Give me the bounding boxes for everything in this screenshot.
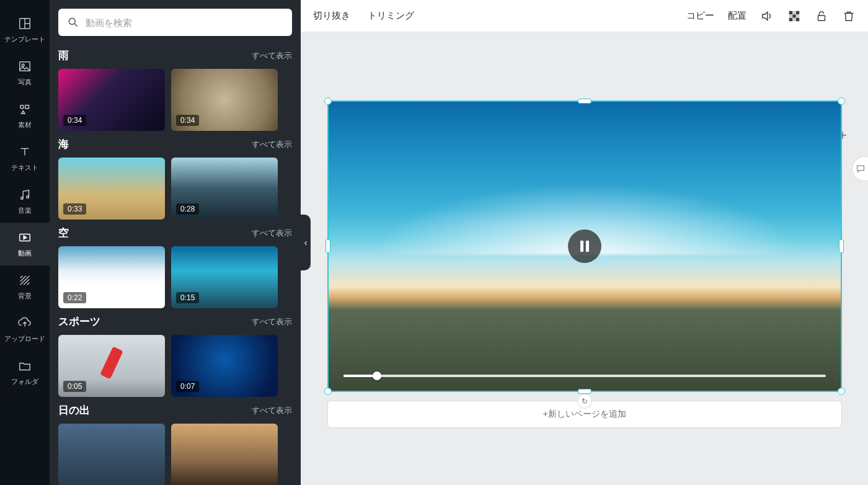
video-thumb[interactable] bbox=[58, 424, 165, 485]
video-thumb[interactable]: 0:22 bbox=[58, 246, 165, 308]
category-list[interactable]: 雨すべて表示 0:34 0:34 海すべて表示 0:33 0:28 空すべて表示… bbox=[50, 42, 301, 485]
rail-elements[interactable]: 素材 bbox=[0, 94, 50, 137]
svg-rect-20 bbox=[792, 17, 796, 21]
show-all-sky[interactable]: すべて表示 bbox=[252, 228, 292, 239]
search-icon bbox=[67, 16, 79, 29]
video-thumb[interactable]: 0:07 bbox=[171, 335, 278, 397]
video-thumb[interactable] bbox=[171, 424, 278, 485]
pause-button[interactable] bbox=[568, 229, 601, 263]
transparency-icon[interactable] bbox=[787, 9, 801, 23]
rail-upload[interactable]: アップロード bbox=[0, 308, 50, 351]
canvas-wrap: ↻ +新しいページを追加 bbox=[301, 32, 868, 485]
show-all-sunrise[interactable]: すべて表示 bbox=[252, 405, 292, 416]
rail-background[interactable]: 背景 bbox=[0, 265, 50, 308]
svg-rect-6 bbox=[25, 105, 29, 109]
trash-icon[interactable] bbox=[842, 9, 856, 23]
resize-handle-tr[interactable] bbox=[838, 97, 845, 105]
add-page-button[interactable]: ↻ +新しいページを追加 bbox=[327, 401, 842, 428]
video-panel: 雨すべて表示 0:34 0:34 海すべて表示 0:33 0:28 空すべて表示… bbox=[50, 0, 301, 485]
selected-video-frame[interactable] bbox=[327, 100, 842, 392]
cat-title-rain: 雨 bbox=[58, 48, 69, 63]
resize-handle-b[interactable] bbox=[578, 389, 591, 394]
copy-button[interactable]: コピー bbox=[686, 10, 714, 22]
top-toolbar: 切り抜き トリミング コピー 配置 bbox=[301, 0, 868, 32]
comment-button[interactable] bbox=[852, 156, 868, 181]
resize-handle-tl[interactable] bbox=[324, 97, 332, 105]
rail-folder[interactable]: フォルダ bbox=[0, 351, 50, 394]
position-button[interactable]: 配置 bbox=[728, 10, 746, 22]
trim-button[interactable]: トリミング bbox=[368, 10, 414, 22]
duration-badge: 0:28 bbox=[176, 203, 199, 215]
video-thumb[interactable]: 0:28 bbox=[171, 158, 278, 220]
duration-badge: 0:05 bbox=[63, 381, 86, 392]
cat-title-sports: スポーツ bbox=[58, 314, 100, 329]
svg-point-10 bbox=[69, 18, 75, 24]
svg-point-7 bbox=[21, 197, 24, 200]
duration-badge: 0:22 bbox=[63, 292, 86, 303]
duration-badge: 0:34 bbox=[176, 115, 199, 126]
svg-rect-12 bbox=[789, 11, 793, 14]
video-progress[interactable] bbox=[343, 375, 826, 377]
video-thumb[interactable]: 0:05 bbox=[58, 335, 165, 397]
svg-rect-14 bbox=[796, 11, 800, 14]
lock-icon[interactable] bbox=[815, 9, 828, 23]
video-thumb[interactable]: 0:15 bbox=[171, 246, 278, 308]
background-icon bbox=[17, 273, 32, 288]
svg-point-8 bbox=[27, 196, 29, 198]
video-thumb[interactable]: 0:34 bbox=[171, 69, 278, 131]
sync-icon: ↻ bbox=[577, 394, 592, 409]
resize-handle-bl[interactable] bbox=[324, 388, 332, 395]
resize-handle-r[interactable] bbox=[839, 239, 844, 253]
search-input[interactable] bbox=[86, 17, 283, 28]
rail-video[interactable]: 動画 bbox=[0, 223, 50, 265]
rail-text[interactable]: テキスト bbox=[0, 137, 50, 180]
duration-badge: 0:07 bbox=[176, 381, 199, 392]
cat-title-sunrise: 日の出 bbox=[58, 403, 90, 417]
svg-point-5 bbox=[20, 105, 24, 109]
resize-handle-t[interactable] bbox=[578, 99, 591, 104]
folder-icon bbox=[17, 358, 32, 373]
svg-rect-18 bbox=[789, 14, 793, 18]
svg-rect-21 bbox=[818, 16, 825, 20]
duration-badge: 0:15 bbox=[176, 292, 199, 303]
svg-rect-16 bbox=[796, 17, 800, 21]
svg-point-4 bbox=[22, 64, 24, 66]
svg-rect-19 bbox=[796, 14, 800, 18]
video-thumb[interactable]: 0:34 bbox=[58, 69, 165, 131]
rail-photo[interactable]: 写真 bbox=[0, 51, 50, 94]
show-all-sports[interactable]: すべて表示 bbox=[252, 316, 292, 327]
cat-title-sky: 空 bbox=[58, 226, 69, 240]
show-all-sea[interactable]: すべて表示 bbox=[252, 139, 292, 150]
volume-icon[interactable] bbox=[760, 9, 774, 23]
crop-button[interactable]: 切り抜き bbox=[313, 10, 350, 22]
svg-line-11 bbox=[75, 24, 78, 27]
progress-knob[interactable] bbox=[373, 372, 381, 380]
left-rail: テンプレート 写真 素材 テキスト 音楽 動画 背景 アップロード フォルダ bbox=[0, 0, 50, 485]
svg-rect-15 bbox=[789, 17, 793, 21]
text-icon bbox=[17, 145, 32, 159]
photo-icon bbox=[17, 59, 32, 74]
add-page-label: +新しいページを追加 bbox=[542, 409, 626, 420]
resize-handle-br[interactable] bbox=[838, 388, 845, 395]
template-icon bbox=[17, 16, 32, 31]
cat-title-sea: 海 bbox=[58, 137, 69, 151]
elements-icon bbox=[17, 102, 32, 117]
duration-badge: 0:34 bbox=[63, 115, 86, 126]
search-box[interactable] bbox=[58, 9, 292, 36]
duration-badge: 0:33 bbox=[63, 203, 86, 215]
video-icon bbox=[17, 230, 32, 245]
canvas-area: 切り抜き トリミング コピー 配置 bbox=[301, 0, 868, 485]
svg-rect-13 bbox=[792, 14, 796, 18]
music-icon bbox=[17, 187, 32, 202]
rail-template[interactable]: テンプレート bbox=[0, 9, 50, 51]
resize-handle-l[interactable] bbox=[326, 239, 330, 253]
upload-icon bbox=[17, 316, 32, 331]
svg-rect-17 bbox=[792, 11, 796, 14]
rail-audio[interactable]: 音楽 bbox=[0, 180, 50, 223]
video-thumb[interactable]: 0:33 bbox=[58, 158, 165, 220]
show-all-rain[interactable]: すべて表示 bbox=[252, 50, 292, 61]
